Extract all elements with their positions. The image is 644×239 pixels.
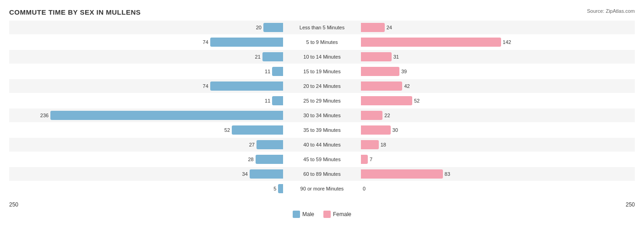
right-section: 52 — [361, 94, 635, 108]
table-row: 74 5 to 9 Minutes 142 — [9, 35, 635, 49]
bar-female — [361, 96, 412, 105]
value-male: 74 — [203, 39, 208, 45]
bar-male — [250, 169, 283, 179]
right-section: 31 — [361, 50, 635, 64]
row-label: 30 to 34 Minutes — [283, 113, 361, 118]
value-female: 18 — [381, 142, 386, 147]
value-male: 34 — [242, 171, 248, 177]
right-section: 39 — [361, 65, 635, 78]
left-section: 20 — [9, 21, 283, 34]
row-label: Less than 5 Minutes — [283, 25, 361, 30]
bar-female — [361, 67, 399, 76]
legend-female-label: Female — [333, 211, 351, 217]
table-row: 5 90 or more Minutes 0 — [9, 182, 635, 196]
legend-male: Male — [293, 211, 314, 218]
right-section: 7 — [361, 152, 635, 166]
value-female: 22 — [384, 113, 390, 118]
row-label: 90 or more Minutes — [283, 186, 361, 191]
axis-labels: 250 250 — [9, 201, 635, 208]
table-row: 21 10 to 14 Minutes 31 — [9, 50, 635, 64]
legend-female-box — [323, 211, 331, 218]
bar-male — [210, 81, 283, 91]
right-section: 0 — [361, 182, 635, 196]
table-row: 27 40 to 44 Minutes 18 — [9, 138, 635, 152]
bar-female — [361, 111, 382, 120]
row-label: 35 to 39 Minutes — [283, 127, 361, 133]
value-male: 11 — [265, 69, 270, 74]
legend: Male Female — [9, 211, 635, 218]
row-inner: 21 10 to 14 Minutes 31 — [9, 50, 635, 64]
bar-female — [361, 155, 368, 164]
left-section: 21 — [9, 50, 283, 64]
row-label: 15 to 19 Minutes — [283, 69, 361, 74]
bar-male — [256, 155, 283, 164]
bar-male — [278, 184, 283, 193]
value-male: 27 — [249, 142, 255, 147]
row-label: 45 to 59 Minutes — [283, 157, 361, 162]
table-row: 74 20 to 24 Minutes 42 — [9, 79, 635, 93]
value-male: 52 — [224, 127, 230, 133]
bar-male — [272, 96, 283, 105]
axis-right: 250 — [626, 201, 635, 208]
right-section: 18 — [361, 138, 635, 152]
left-section: 52 — [9, 123, 283, 137]
value-female: 30 — [393, 127, 398, 133]
bar-male — [263, 23, 283, 32]
legend-male-label: Male — [302, 211, 314, 217]
row-inner: 74 20 to 24 Minutes 42 — [9, 79, 635, 93]
value-female: 7 — [370, 157, 372, 162]
bar-male — [232, 125, 283, 135]
bar-female — [361, 23, 385, 32]
value-male: 11 — [265, 98, 270, 103]
bar-male — [262, 52, 283, 61]
value-female: 31 — [393, 54, 399, 60]
value-female: 142 — [503, 39, 511, 45]
row-inner: 236 30 to 34 Minutes 22 — [9, 109, 635, 122]
bar-female — [361, 81, 402, 91]
left-section: 74 — [9, 79, 283, 93]
value-male: 74 — [203, 83, 208, 89]
value-male: 5 — [273, 186, 276, 191]
row-label: 25 to 29 Minutes — [283, 98, 361, 103]
table-row: 11 15 to 19 Minutes 39 — [9, 65, 635, 78]
bar-male — [210, 38, 283, 47]
row-inner: 5 90 or more Minutes 0 — [9, 182, 635, 196]
value-female: 0 — [363, 186, 366, 191]
row-inner: 28 45 to 59 Minutes 7 — [9, 152, 635, 166]
row-inner: 11 25 to 29 Minutes 52 — [9, 94, 635, 108]
chart-title: COMMUTE TIME BY SEX IN MULLENS — [9, 8, 635, 16]
right-section: 83 — [361, 167, 635, 181]
row-label: 60 to 89 Minutes — [283, 171, 361, 177]
table-row: 34 60 to 89 Minutes 83 — [9, 167, 635, 181]
left-section: 34 — [9, 167, 283, 181]
right-section: 142 — [361, 35, 635, 49]
value-female: 52 — [414, 98, 420, 103]
legend-female: Female — [323, 211, 351, 218]
value-male: 20 — [256, 25, 262, 30]
table-row: 20 Less than 5 Minutes 24 — [9, 21, 635, 34]
right-section: 24 — [361, 21, 635, 34]
row-label: 20 to 24 Minutes — [283, 83, 361, 89]
right-section: 22 — [361, 109, 635, 122]
bar-female — [361, 38, 501, 47]
table-row: 28 45 to 59 Minutes 7 — [9, 152, 635, 166]
left-section: 74 — [9, 35, 283, 49]
row-inner: 52 35 to 39 Minutes 30 — [9, 123, 635, 137]
value-female: 24 — [387, 25, 392, 30]
row-label: 40 to 44 Minutes — [283, 142, 361, 147]
value-female: 83 — [445, 171, 450, 177]
value-male: 28 — [248, 157, 254, 162]
bar-female — [361, 52, 392, 61]
value-male: 236 — [40, 113, 49, 118]
value-female: 39 — [401, 69, 407, 74]
bar-female — [361, 140, 379, 149]
table-row: 236 30 to 34 Minutes 22 — [9, 109, 635, 122]
left-section: 27 — [9, 138, 283, 152]
source-label: Source: ZipAtlas.com — [587, 8, 635, 14]
left-section: 236 — [9, 109, 283, 122]
axis-left: 250 — [9, 201, 18, 208]
row-label: 5 to 9 Minutes — [283, 39, 361, 45]
row-inner: 34 60 to 89 Minutes 83 — [9, 167, 635, 181]
left-section: 5 — [9, 182, 283, 196]
left-section: 28 — [9, 152, 283, 166]
